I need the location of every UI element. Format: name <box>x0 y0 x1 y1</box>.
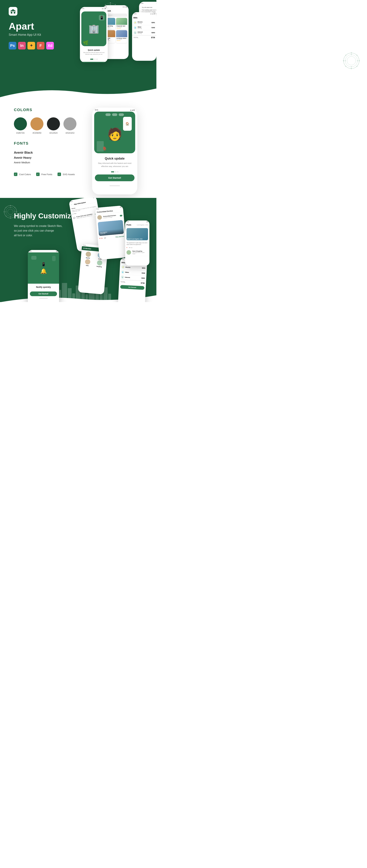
chat-phone: 9:41▲■ Comunidad Doritos Komunidad Dorit… <box>95 206 128 260</box>
star-icon: ★ 4.8 <box>129 247 132 248</box>
svg-rect-18 <box>12 11 14 13</box>
total-label: TOTAL <box>134 37 138 38</box>
post-image-1: Brian V. Los Angeles, USA <box>126 228 148 240</box>
wat-amt: $182 <box>142 272 145 274</box>
feature-cool-colors: ✓ Cool Colors <box>14 173 31 176</box>
internet-icon: 📡 <box>134 31 137 34</box>
fonts-section: FONTS Avenir Black Avenir Heavy Avenir M… <box>14 141 77 164</box>
member-avatar-3 <box>85 259 90 265</box>
notify-bell: 🔔 <box>40 268 47 274</box>
quick-update-text-area: Quick update Stay informed with the fast… <box>80 48 108 57</box>
listing-name: Corporate Apar <box>117 25 127 27</box>
svg-point-42 <box>4 212 5 212</box>
member-4: Dingding <box>93 260 105 268</box>
onboarding-phone-main: 9:41 ▲▲■ 🧑 🏠 <box>92 107 137 194</box>
ob-status-bar: 9:41 ▲▲■ <box>92 107 137 112</box>
comment-icon: 💬 <box>104 237 106 239</box>
get-started-btn-main[interactable]: Get Started! <box>95 175 135 181</box>
feature-free-fonts-label: Free Fonts <box>41 173 52 176</box>
listing-card: Corporate Apar Los Angeles ★★★★★ <box>116 18 128 29</box>
svg-rect-19 <box>12 9 14 10</box>
deco-rect-2 <box>52 256 56 261</box>
notify-get-started[interactable]: Get Started! <box>30 291 57 296</box>
notify-title: Notify quickly <box>30 286 57 288</box>
colors-swatches-row: #18573A #CD9250 #212524 #A3A3A3 <box>14 117 77 134</box>
ob-dot-3 <box>117 172 118 173</box>
notify-icon-text: 📱 <box>41 262 46 267</box>
building-illustration <box>97 141 104 152</box>
home-indicator-notify <box>39 298 48 299</box>
notify-green-bg: 📱 🔔 <box>28 252 59 284</box>
msg-badge-1: 2 <box>120 215 122 216</box>
status-bar-bills: 9:41▲ ▲ ■ <box>132 12 157 15</box>
colors-fonts-left: COLORS #18573A #CD9250 #212524 #A3A3A3 <box>14 107 77 176</box>
get-started-btn-hero[interactable]: Get Started! <box>81 62 106 62</box>
sketch-icon: ✦ <box>27 42 35 50</box>
user-info: Ryan Dingding The apartment is quite lar… <box>133 250 148 254</box>
dot-2 <box>94 59 95 60</box>
deco-rect-1 <box>31 256 36 260</box>
bill-item: 💧 Water Monthly $182 <box>132 25 157 30</box>
photoshop-icon: Ps <box>9 42 16 50</box>
int-amt: $263 <box>141 277 145 279</box>
cloud-1 <box>106 113 111 116</box>
member-name-1: Rachel <box>82 257 93 259</box>
bills-phone-hero: 9:41▲ ▲ ■ Bills ⚡ Electric Monthly $291 … <box>132 12 157 61</box>
wat-icon: 💧 <box>121 270 124 274</box>
phone-content: 🏢 📱 🌿 Quick update Stay informed with th… <box>80 10 108 62</box>
faq-icon: 💬 <box>73 217 76 219</box>
post-actions: ♥ ★ 4.8 <box>125 246 149 249</box>
svg-point-35 <box>103 146 107 151</box>
invision-icon: In <box>18 42 26 50</box>
elec-amt: $291 <box>142 267 146 269</box>
hex-green: #18573A <box>16 132 25 134</box>
home-indicator <box>110 185 120 186</box>
ob-description: Stay informed with the fastest and most … <box>95 162 135 168</box>
quick-update-desc: Stay informed with the fastest and most … <box>81 52 106 55</box>
get-started-bills[interactable]: Get Started! <box>120 285 144 290</box>
swatch-wrap-3: #212524 <box>47 117 60 134</box>
listing-name: LA Deluxe Suites <box>117 38 127 39</box>
elec-icon: ⚡ <box>121 265 125 269</box>
pagination-dots <box>80 59 108 60</box>
check-icon-2: ✓ <box>36 173 39 176</box>
post-text: The apartment is quite large, but some v… <box>125 241 149 246</box>
total-amount: $736 <box>151 37 155 38</box>
total-label-2: TOTAL <box>120 281 125 283</box>
cloud-3 <box>119 113 124 116</box>
svg-point-49 <box>10 216 11 217</box>
clouds <box>106 113 124 116</box>
swatch-dark <box>47 117 60 130</box>
listing-image <box>116 18 128 25</box>
svg-rect-16 <box>11 11 12 12</box>
hex-gold: #CD9250 <box>32 132 41 134</box>
onboarding-phone-wrap: 9:41 ▲▲■ 🧑 🏠 <box>87 107 142 194</box>
font-avenir-heavy: Avenir Heavy <box>14 156 77 159</box>
svg-point-40 <box>10 205 11 206</box>
feature-svg-assets: ✓ SVG Assets <box>58 173 75 176</box>
features-row: ✓ Cool Colors ✓ Free Fonts ✓ SVG Assets <box>14 173 77 176</box>
swatch-wrap-1: #18573A <box>14 117 27 134</box>
posts-phone: 9:41▲■ Posts Los Angeles, USA Brian V. L… <box>125 220 149 266</box>
posts-location: Los Angeles, USA <box>137 224 148 226</box>
member-1: Rachel <box>82 251 94 259</box>
quick-update-title: Quick update <box>81 49 106 51</box>
phone-in-illustration: 🏠 <box>123 117 132 131</box>
bills-title: Bills <box>132 15 157 20</box>
internet-amount: $263 <box>151 32 155 33</box>
ob-illustration: 🧑 🏠 <box>94 112 135 153</box>
avatar-1 <box>97 215 102 220</box>
svg-point-45 <box>15 207 15 208</box>
svg-rect-36 <box>105 149 106 151</box>
total-amt-2: $736 <box>141 282 145 284</box>
onboarding-phone-hero: 9:41 ▲ ▲ ■ 🏢 📱 🌿 Quick update Stay infor… <box>80 7 108 62</box>
hero-wave <box>0 87 157 97</box>
electric-icon: ⚡ <box>134 21 137 24</box>
status-bar-small: 9:41▲■ <box>139 2 157 5</box>
svg-point-41 <box>10 218 11 219</box>
ob-dot-2 <box>115 172 116 173</box>
bill-total-row: TOTAL $736 <box>132 35 157 39</box>
electric-amount: $291 <box>151 22 155 24</box>
swatch-gold <box>30 117 44 130</box>
listing-image <box>116 30 128 37</box>
